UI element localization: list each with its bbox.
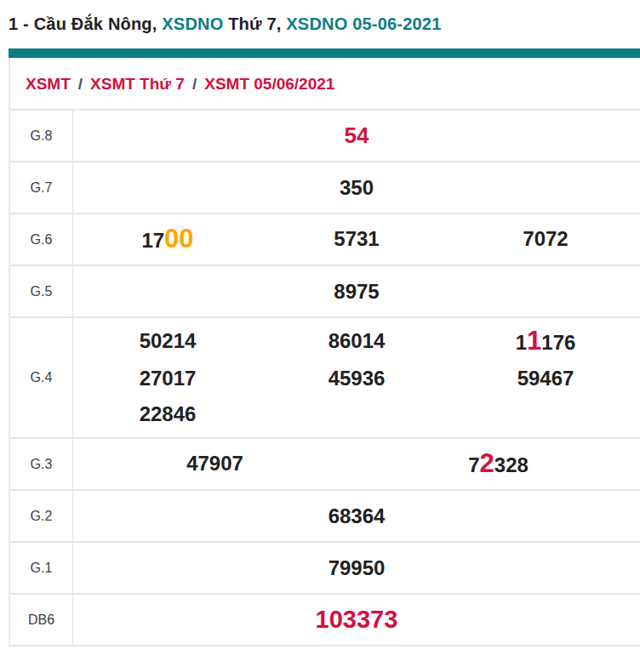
- highlighted-digit: 2: [480, 448, 494, 478]
- title-text-prefix: 1 - Cầu Đắk Nông,: [9, 14, 162, 33]
- prize-number: 22846: [140, 396, 197, 432]
- prize-values: 68364: [73, 491, 640, 541]
- digit-segment: 79950: [329, 556, 386, 579]
- prize-values: 170057317072: [73, 214, 640, 265]
- prize-number: 59467: [517, 361, 574, 396]
- table-row: G.179950: [10, 543, 640, 595]
- digit-segment: 50214: [140, 329, 197, 352]
- prize-label: G.7: [10, 162, 73, 213]
- prize-values: 8975: [73, 266, 640, 316]
- prize-values: 4790772328: [73, 439, 640, 489]
- table-row: G.854: [10, 111, 640, 162]
- breadcrumb-separator: /: [71, 75, 90, 93]
- prize-label: G.3: [10, 439, 73, 489]
- title-link-xsdno[interactable]: XSDNO: [162, 14, 223, 33]
- digit-segment: 68364: [329, 504, 386, 527]
- prize-number: 350: [340, 170, 374, 206]
- breadcrumb-link-xsmt[interactable]: XSMT: [26, 75, 71, 93]
- prize-label: G.8: [10, 111, 73, 161]
- prize-label: DB6: [10, 595, 73, 645]
- prize-label: G.6: [10, 214, 73, 265]
- prize-number: 72328: [468, 446, 529, 483]
- highlighted-digit: 00: [164, 224, 193, 253]
- breadcrumb-separator: /: [185, 75, 204, 93]
- prize-label: G.2: [10, 491, 73, 541]
- digit-segment: 47907: [186, 452, 243, 475]
- digit-segment: 22846: [140, 402, 197, 425]
- table-row: G.7350: [10, 162, 640, 214]
- divider-bar: [9, 48, 640, 58]
- prize-values: 54: [73, 111, 640, 161]
- prize-number: 11176: [516, 323, 576, 361]
- highlighted-digit: 103373: [316, 606, 398, 633]
- prize-values: 103373: [73, 595, 640, 645]
- prize-number: 86014: [329, 323, 386, 361]
- title-link-xsdno-date[interactable]: XSDNO 05-06-2021: [286, 14, 441, 33]
- digit-segment: 86014: [329, 329, 386, 352]
- prize-number: 103373: [316, 601, 398, 639]
- prize-number: 47907: [186, 446, 243, 483]
- prize-values: 50214860141117627017459365946722846: [73, 318, 640, 437]
- prize-label: G.5: [10, 266, 73, 316]
- digit-segment: 59467: [517, 367, 574, 390]
- results-panel: XSMT/XSMT Thứ 7/XSMT 05/06/2021 G.854G.7…: [9, 58, 640, 646]
- prize-label: G.4: [10, 318, 73, 437]
- digit-segment: 328: [494, 453, 529, 476]
- digit-segment: 5731: [334, 227, 379, 250]
- prize-number: 7072: [523, 221, 568, 259]
- digit-segment: 17: [141, 229, 164, 252]
- prize-number: 68364: [329, 498, 386, 534]
- prize-number: 79950: [329, 550, 386, 586]
- prize-values: 79950: [73, 543, 640, 593]
- table-row: G.58975: [10, 266, 640, 318]
- lottery-results-table: G.854G.7350G.6170057317072G.58975G.45021…: [10, 111, 640, 646]
- breadcrumb-link-xsmt-date[interactable]: XSMT 05/06/2021: [204, 75, 334, 93]
- digit-segment: 27017: [140, 367, 197, 390]
- prize-label: G.1: [10, 543, 73, 593]
- digit-segment: 7072: [523, 227, 568, 250]
- prize-values: 350: [73, 162, 640, 213]
- table-row: G.450214860141117627017459365946722846: [10, 318, 640, 439]
- prize-number: 54: [345, 117, 369, 154]
- digit-segment: 350: [340, 176, 374, 199]
- prize-number: 50214: [140, 323, 197, 361]
- prize-number: 5731: [334, 221, 379, 259]
- table-row: DB6103373: [10, 595, 640, 646]
- prize-number: 1700: [141, 221, 193, 259]
- page-title: 1 - Cầu Đắk Nông, XSDNO Thứ 7, XSDNO 05-…: [9, 14, 640, 35]
- highlighted-digit: 54: [345, 122, 369, 148]
- digit-segment: 1: [516, 331, 527, 354]
- table-row: G.6170057317072: [10, 214, 640, 266]
- prize-number: 27017: [140, 361, 197, 396]
- digit-segment: 176: [541, 331, 575, 354]
- highlighted-digit: 1: [527, 326, 541, 356]
- digit-segment: 45936: [329, 367, 386, 390]
- table-row: G.268364: [10, 491, 640, 543]
- title-text-weekday: Thứ 7,: [223, 14, 286, 33]
- digit-segment: 7: [468, 453, 479, 476]
- breadcrumb: XSMT/XSMT Thứ 7/XSMT 05/06/2021: [10, 58, 640, 111]
- page: 1 - Cầu Đắk Nông, XSDNO Thứ 7, XSDNO 05-…: [0, 14, 640, 672]
- table-row: G.34790772328: [10, 439, 640, 491]
- digit-segment: 8975: [334, 280, 379, 303]
- breadcrumb-link-xsmt-thu7[interactable]: XSMT Thứ 7: [90, 75, 185, 93]
- prize-number: 8975: [334, 274, 379, 310]
- prize-number: 45936: [329, 361, 386, 396]
